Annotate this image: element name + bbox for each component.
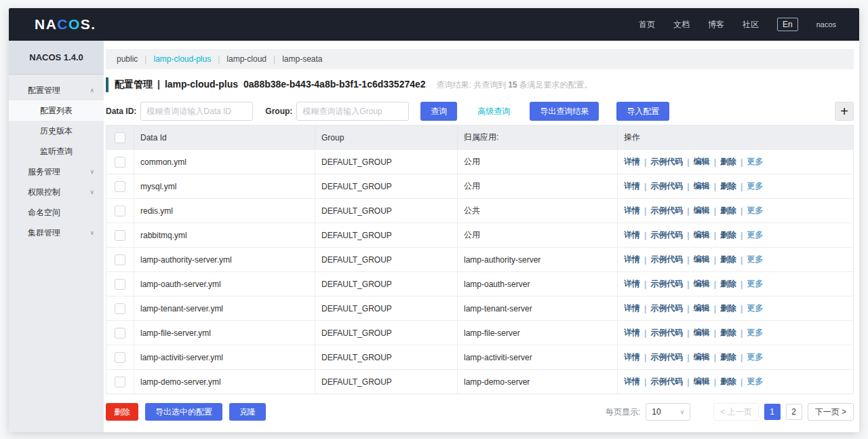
add-config-button[interactable]: + (835, 102, 854, 121)
row-checkbox[interactable] (115, 157, 125, 168)
row-checkbox[interactable] (115, 303, 125, 314)
sample-code-link[interactable]: 示例代码 (650, 229, 683, 241)
detail-link[interactable]: 详情 (624, 180, 640, 192)
nav-item-community[interactable]: 社区 (743, 19, 759, 31)
sample-code-link[interactable]: 示例代码 (650, 376, 683, 387)
edit-link[interactable]: 编辑 (694, 156, 710, 168)
sample-code-link[interactable]: 示例代码 (650, 351, 683, 363)
delete-link[interactable]: 删除 (720, 229, 736, 241)
detail-link[interactable]: 详情 (624, 278, 640, 290)
sidebar-item-5[interactable]: 权限控制∨ (9, 182, 104, 202)
more-link[interactable]: 更多 (747, 278, 763, 290)
prev-page-button[interactable]: < 上一页 (713, 403, 758, 421)
more-link[interactable]: 更多 (747, 229, 763, 241)
more-link[interactable]: 更多 (747, 351, 763, 363)
table-row: lamp-file-server.ymlDEFAULT_GROUPlamp-fi… (106, 320, 853, 345)
sample-code-link[interactable]: 示例代码 (650, 205, 683, 216)
clone-button[interactable]: 克隆 (229, 403, 266, 421)
more-link[interactable]: 更多 (747, 376, 763, 387)
row-checkbox[interactable] (115, 328, 125, 339)
detail-link[interactable]: 详情 (624, 156, 640, 168)
nav-item-home[interactable]: 首页 (639, 19, 655, 31)
nav-item-docs[interactable]: 文档 (673, 19, 690, 31)
group-input[interactable] (296, 102, 409, 121)
namespace-tab-lamp-cloud-plus[interactable]: lamp-cloud-plus (151, 54, 213, 64)
delete-link[interactable]: 删除 (720, 376, 736, 387)
select-all-checkbox[interactable] (115, 132, 125, 143)
page-size-select[interactable]: 10 ∨ (646, 403, 690, 421)
delete-link[interactable]: 删除 (720, 156, 736, 168)
sidebar-item-4[interactable]: 服务管理∨ (9, 161, 104, 182)
sidebar-item-6[interactable]: 命名空间 (9, 202, 104, 223)
sample-code-link[interactable]: 示例代码 (650, 180, 683, 192)
namespace-tab-public[interactable]: public (115, 54, 140, 64)
edit-link[interactable]: 编辑 (694, 229, 710, 241)
delete-selected-button[interactable]: 删除 (106, 403, 138, 421)
sidebar-item-2[interactable]: 历史版本 (9, 121, 104, 141)
language-toggle-button[interactable]: En (777, 18, 798, 31)
row-checkbox[interactable] (115, 377, 125, 387)
sample-code-link[interactable]: 示例代码 (650, 278, 683, 290)
detail-link[interactable]: 详情 (624, 229, 640, 241)
edit-link[interactable]: 编辑 (694, 278, 710, 290)
detail-link[interactable]: 详情 (624, 254, 640, 265)
delete-link[interactable]: 删除 (720, 180, 736, 192)
more-link[interactable]: 更多 (747, 303, 763, 314)
edit-link[interactable]: 编辑 (694, 303, 710, 314)
page-number-2[interactable]: 2 (786, 404, 802, 420)
more-link[interactable]: 更多 (747, 180, 763, 192)
detail-link[interactable]: 详情 (624, 351, 640, 363)
more-link[interactable]: 更多 (747, 327, 763, 339)
delete-link[interactable]: 删除 (720, 303, 736, 314)
detail-link[interactable]: 详情 (624, 303, 640, 314)
delete-link[interactable]: 删除 (720, 327, 736, 339)
search-button[interactable]: 查询 (420, 102, 457, 121)
logged-in-user[interactable]: nacos (816, 20, 836, 28)
delete-link[interactable]: 删除 (720, 351, 736, 363)
sidebar-item-3[interactable]: 监听查询 (9, 141, 104, 161)
page-number-1[interactable]: 1 (764, 404, 781, 420)
edit-link[interactable]: 编辑 (694, 254, 710, 265)
more-link[interactable]: 更多 (747, 156, 763, 168)
export-selected-button[interactable]: 导出选中的配置 (145, 403, 222, 421)
namespace-tab-lamp-seata[interactable]: lamp-seata (280, 54, 324, 64)
advanced-search-link[interactable]: 高级查询 (477, 106, 510, 117)
row-checkbox[interactable] (115, 206, 125, 216)
sample-code-link[interactable]: 示例代码 (650, 327, 683, 339)
action-separator: | (741, 377, 743, 387)
sidebar-item-label: 权限控制 (28, 187, 60, 197)
row-checkbox[interactable] (115, 352, 125, 363)
dataid-input[interactable] (140, 102, 253, 121)
row-checkbox[interactable] (115, 230, 125, 241)
row-checkbox[interactable] (115, 279, 125, 290)
nav-item-blog[interactable]: 博客 (708, 19, 724, 31)
sample-code-link[interactable]: 示例代码 (650, 156, 683, 168)
more-link[interactable]: 更多 (747, 254, 763, 265)
sample-code-link[interactable]: 示例代码 (650, 303, 683, 314)
more-link[interactable]: 更多 (747, 205, 763, 216)
detail-link[interactable]: 详情 (624, 376, 640, 387)
row-checkbox[interactable] (115, 254, 125, 265)
delete-link[interactable]: 删除 (720, 278, 736, 290)
table-row: lamp-authority-server.ymlDEFAULT_GROUPla… (106, 247, 853, 271)
delete-link[interactable]: 删除 (720, 205, 736, 216)
pagination: 每页显示: 10 ∨ < 上一页 12 下一页 > (606, 403, 854, 421)
edit-link[interactable]: 编辑 (694, 180, 710, 192)
delete-link[interactable]: 删除 (720, 254, 736, 265)
import-config-button[interactable]: 导入配置 (616, 102, 669, 121)
detail-link[interactable]: 详情 (624, 327, 640, 339)
sample-code-link[interactable]: 示例代码 (650, 254, 683, 265)
cell-data-id: lamp-oauth-server.yml (134, 272, 315, 296)
detail-link[interactable]: 详情 (624, 205, 640, 216)
next-page-button[interactable]: 下一页 > (808, 403, 854, 421)
row-checkbox[interactable] (115, 181, 125, 192)
sidebar-item-1[interactable]: 配置列表 (9, 100, 104, 121)
sidebar-item-0[interactable]: 配置管理∧ (9, 80, 104, 100)
edit-link[interactable]: 编辑 (694, 376, 710, 387)
edit-link[interactable]: 编辑 (694, 351, 710, 363)
edit-link[interactable]: 编辑 (694, 327, 710, 339)
edit-link[interactable]: 编辑 (694, 205, 710, 216)
namespace-tab-lamp-cloud[interactable]: lamp-cloud (224, 54, 269, 64)
export-results-button[interactable]: 导出查询结果 (530, 102, 599, 121)
sidebar-item-7[interactable]: 集群管理∨ (9, 223, 104, 243)
